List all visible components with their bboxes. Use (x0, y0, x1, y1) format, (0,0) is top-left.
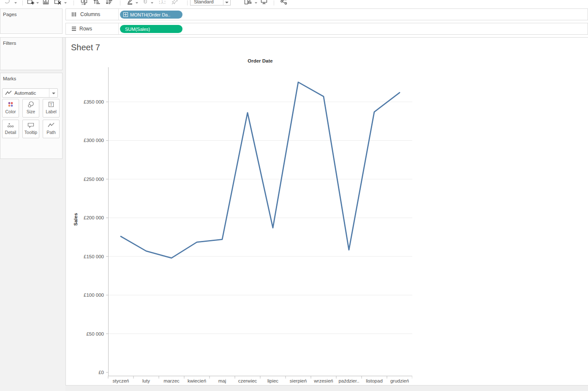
new-worksheet-caret-icon[interactable] (36, 2, 39, 4)
rows-shelf-label: Rows (79, 26, 92, 32)
marks-label: Marks (0, 73, 62, 81)
share-workbook-button[interactable] (280, 0, 288, 5)
y-tick-label: £300 000 (66, 137, 104, 144)
column-field-label: Order Date (108, 58, 412, 63)
x-tick-label: listopad (362, 378, 387, 383)
x-tick-label: czerwiec (235, 378, 260, 383)
size-button[interactable]: Size (22, 99, 39, 118)
detail-icon (7, 120, 14, 130)
show-hide-cards-caret-icon[interactable] (255, 2, 257, 4)
highlight-caret-icon[interactable] (136, 2, 138, 4)
label-icon: T (48, 99, 54, 109)
x-tick-label: styczeń (108, 378, 133, 383)
toolbar-separator (187, 0, 188, 5)
label-button[interactable]: T Label (43, 99, 60, 118)
line-mark-icon (5, 90, 12, 96)
x-tick-label: wrzesień (311, 378, 336, 383)
path-icon (47, 120, 55, 130)
columns-icon (72, 12, 77, 16)
show-hide-cards-button[interactable] (243, 0, 252, 5)
y-tick-label: £100 000 (66, 292, 104, 298)
duplicate-sheet-button[interactable] (42, 0, 50, 5)
size-icon (27, 99, 35, 109)
y-tick-label: £150 000 (66, 253, 104, 260)
worksheet-area: Sheet 7 Order Date Sales £0£50 000£100 0… (65, 37, 588, 386)
show-mark-labels-button[interactable]: 1 (158, 0, 166, 5)
toolbar: 1 Standard (0, 0, 588, 6)
mark-type-caret-icon[interactable] (49, 89, 57, 97)
svg-text:1: 1 (161, 0, 163, 4)
toolbar-separator (22, 0, 23, 5)
x-tick-label: marzec (159, 378, 184, 383)
columns-shelf[interactable]: Columns MONTH(Order Da.. (65, 8, 588, 20)
x-tick-label: sierpień (286, 378, 311, 383)
line-chart[interactable] (106, 67, 412, 380)
sales-line-series (121, 82, 400, 258)
columns-pill[interactable]: MONTH(Order Da.. (120, 11, 182, 19)
mark-type-dropdown[interactable]: Automatic (2, 88, 58, 98)
tooltip-button[interactable]: Tooltip (22, 120, 39, 138)
swap-rows-columns-button[interactable] (80, 0, 88, 5)
undo-caret-icon[interactable] (14, 2, 17, 4)
x-tick-label: maj (210, 378, 235, 383)
toolbar-separator (274, 0, 274, 5)
y-tick-label: £200 000 (66, 214, 104, 221)
x-tick-label: paździer.. (336, 378, 362, 383)
columns-pill-label: MONTH(Order Da.. (130, 12, 170, 17)
filters-shelf[interactable]: Filters (0, 37, 63, 70)
pages-shelf[interactable]: Pages (0, 8, 63, 34)
clear-sheet-caret-icon[interactable] (64, 2, 67, 4)
color-button[interactable]: Color (2, 99, 19, 118)
x-tick-label: lipiec (260, 378, 286, 383)
expand-field-icon[interactable] (123, 12, 128, 17)
group-members-caret-icon[interactable] (151, 2, 153, 4)
new-worksheet-button[interactable] (26, 0, 35, 5)
path-button[interactable]: Path (43, 120, 60, 138)
group-members-button[interactable] (141, 0, 150, 5)
sheet-title: Sheet 7 (71, 43, 100, 52)
toolbar-separator (120, 0, 120, 5)
y-tick-label: £250 000 (66, 176, 104, 183)
rows-pill[interactable]: SUM(Sales) (120, 25, 182, 33)
clear-sheet-button[interactable] (53, 0, 62, 5)
y-tick-label: £0 (66, 369, 104, 376)
svg-text:T: T (50, 102, 52, 107)
x-tick-label: grudzień (387, 378, 412, 383)
mark-type-value: Automatic (14, 90, 49, 96)
rows-icon (72, 27, 76, 31)
rows-shelf[interactable]: Rows SUM(Sales) (65, 23, 588, 35)
columns-shelf-label: Columns (80, 11, 100, 17)
sort-ascending-button[interactable] (93, 0, 101, 5)
rows-pill-label: SUM(Sales) (125, 27, 150, 32)
filters-label: Filters (0, 38, 62, 46)
color-icon (7, 99, 14, 109)
detail-button[interactable]: Detail (2, 120, 19, 138)
undo-button[interactable] (3, 0, 11, 5)
fit-selector-caret-icon[interactable] (223, 0, 230, 5)
pages-label: Pages (0, 9, 62, 17)
marks-card: Marks Automatic Color Size T Label Detai… (0, 73, 63, 159)
y-tick-label: £50 000 (66, 331, 104, 337)
y-tick-label: £350 000 (66, 98, 104, 105)
fit-selector[interactable]: Standard (190, 0, 231, 5)
x-tick-label: luty (133, 378, 159, 383)
fix-axes-button[interactable] (171, 0, 179, 5)
toolbar-separator (74, 0, 74, 5)
x-tick-label: kwiecień (184, 378, 210, 383)
top-area: 1 Standard Columns MON (0, 0, 588, 37)
tooltip-icon (27, 120, 35, 130)
fit-selector-value: Standard (191, 0, 223, 5)
presentation-mode-button[interactable] (260, 0, 268, 5)
highlight-button[interactable] (126, 0, 134, 5)
sort-descending-button[interactable] (105, 0, 113, 5)
